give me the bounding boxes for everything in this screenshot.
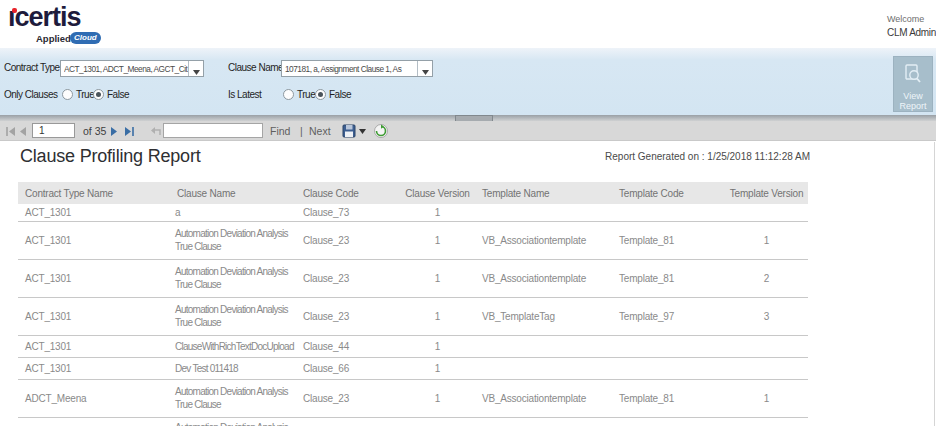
- column-header: Clause Code: [296, 182, 400, 204]
- table-cell: Automation Deviation Analysis True Claus…: [170, 297, 296, 335]
- table-cell: Template_81: [612, 221, 725, 259]
- app-header: ıcertis Applied Cloud Welcome CLM Admin: [0, 0, 936, 48]
- only-clauses-true-radio[interactable]: [62, 89, 73, 100]
- table-cell: [475, 357, 612, 379]
- logo-red-dot-icon: [12, 8, 18, 14]
- only-clauses-true-label[interactable]: True: [76, 89, 94, 100]
- first-page-icon[interactable]: [6, 127, 16, 136]
- next-link[interactable]: Next: [309, 125, 331, 137]
- page-number-input[interactable]: 1: [32, 123, 75, 138]
- table-cell: [725, 417, 808, 426]
- table-cell: 2: [725, 259, 808, 297]
- table-cell: Clause_23: [296, 379, 400, 417]
- icertis-logo: ıcertis Applied Cloud: [8, 2, 81, 32]
- table-cell: [612, 204, 725, 221]
- welcome-label: Welcome: [887, 14, 936, 24]
- table-cell: [725, 357, 808, 379]
- vertical-scrollbar[interactable]: [934, 142, 935, 426]
- next-page-icon[interactable]: [110, 127, 118, 136]
- contract-type-dropdown[interactable]: ACT_1301, ADCT_Meena, AGCT_Cit: [60, 60, 204, 77]
- table-row: ACT_1301ClauseWithRichTextDocUploadClaus…: [18, 335, 808, 357]
- table-cell: 1: [400, 204, 475, 221]
- table-cell: [725, 335, 808, 357]
- table-cell: 1: [400, 297, 475, 335]
- table-cell: Template_97: [612, 297, 725, 335]
- table-cell: ClauseWithRichTextDocUpload: [170, 335, 296, 357]
- report-generated-timestamp: Report Generated on : 1/25/2018 11:12:28…: [605, 151, 810, 162]
- logo-cloud-badge: Cloud: [70, 32, 101, 44]
- chevron-down-icon: [422, 70, 429, 75]
- report-table-header: Contract Type NameClause NameClause Code…: [18, 182, 808, 204]
- page-count-label: of 35: [83, 125, 106, 137]
- column-header: Template Version: [725, 182, 808, 204]
- table-cell: [475, 417, 612, 426]
- contract-type-dropdown-button[interactable]: [188, 61, 203, 76]
- view-report-label: ViewReport: [894, 91, 932, 111]
- table-cell: ACT_1301: [18, 297, 170, 335]
- prev-page-icon[interactable]: [19, 127, 27, 136]
- is-latest-true-radio[interactable]: [283, 89, 294, 100]
- table-cell: Clause_23: [296, 297, 400, 335]
- last-page-icon[interactable]: [124, 127, 134, 136]
- find-next-separator: |: [300, 125, 303, 137]
- table-row: ACT_1301Dev Test 011418Clause_661: [18, 357, 808, 379]
- table-cell: Template_81: [612, 379, 725, 417]
- table-cell: VB_Associationtemplate: [475, 221, 612, 259]
- view-report-icon: [904, 64, 922, 84]
- table-row: ACT_1301Automation Deviation Analysis Tr…: [18, 297, 808, 335]
- export-dropdown-caret-icon[interactable]: [359, 129, 366, 134]
- column-header: Clause Version: [400, 182, 475, 204]
- page: ıcertis Applied Cloud Welcome CLM Admin …: [0, 0, 936, 426]
- refresh-icon[interactable]: [374, 124, 388, 138]
- table-cell: VB_Associationtemplate: [475, 259, 612, 297]
- table-cell: [612, 357, 725, 379]
- table-row: ACT_1301Automation Deviation Analysis Tr…: [18, 259, 808, 297]
- table-cell: [612, 417, 725, 426]
- table-cell: VB_Associationtemplate: [475, 379, 612, 417]
- table-cell: Automation Deviation Analysis True Claus…: [170, 417, 296, 426]
- view-report-button[interactable]: ViewReport: [893, 56, 933, 112]
- table-cell: Clause_23: [296, 221, 400, 259]
- clause-name-dropdown[interactable]: 107181, a, Assignment Clause 1, As: [281, 60, 433, 77]
- table-cell: ACT_1301: [18, 357, 170, 379]
- is-latest-label: Is Latest: [228, 89, 261, 100]
- table-cell: 1: [400, 379, 475, 417]
- is-latest-true-label[interactable]: True: [297, 89, 315, 100]
- table-cell: 1: [400, 259, 475, 297]
- table-cell: a: [170, 204, 296, 221]
- table-cell: VB_TemplateTag: [475, 297, 612, 335]
- table-cell: 1: [400, 221, 475, 259]
- table-cell: ACT_1301: [18, 221, 170, 259]
- table-row: ACT_1301aClause_731: [18, 204, 808, 221]
- report-body: Clause Profiling Report Report Generated…: [0, 142, 936, 426]
- table-cell: Clause_44: [296, 335, 400, 357]
- table-row: ADCT_MeenaAutomation Deviation Analysis …: [18, 379, 808, 417]
- table-cell: ACT_1301: [18, 335, 170, 357]
- table-cell: Automation Deviation Analysis True Claus…: [170, 379, 296, 417]
- find-link[interactable]: Find: [270, 125, 290, 137]
- report-title: Clause Profiling Report: [20, 146, 201, 167]
- table-cell: Clause_23: [296, 259, 400, 297]
- clause-name-label: Clause Name: [228, 62, 283, 73]
- contract-type-label: Contract Type: [4, 62, 60, 73]
- current-user: CLM Admin: [887, 27, 936, 38]
- table-cell: Automation Deviation Analysis True Claus…: [170, 221, 296, 259]
- only-clauses-false-label[interactable]: False: [107, 89, 129, 100]
- table-cell: [296, 417, 400, 426]
- clause-name-dropdown-button[interactable]: [417, 61, 432, 76]
- back-to-parent-icon: [150, 126, 162, 137]
- only-clauses-label: Only Clauses: [4, 89, 57, 100]
- table-cell: Template_81: [612, 259, 725, 297]
- chevron-down-icon: [193, 70, 200, 75]
- only-clauses-false-radio[interactable]: [93, 89, 104, 100]
- welcome-block: Welcome CLM Admin: [887, 14, 936, 38]
- report-table: Contract Type NameClause NameClause Code…: [18, 182, 808, 426]
- parameter-bar: Contract Type ACT_1301, ADCT_Meena, AGCT…: [0, 48, 936, 115]
- is-latest-false-radio[interactable]: [315, 89, 326, 100]
- table-cell: 1: [725, 379, 808, 417]
- is-latest-false-label[interactable]: False: [329, 89, 351, 100]
- export-save-icon[interactable]: [342, 124, 357, 139]
- table-cell: [400, 417, 475, 426]
- find-text-input[interactable]: [163, 123, 263, 138]
- logo-applied-label: Applied: [36, 33, 71, 44]
